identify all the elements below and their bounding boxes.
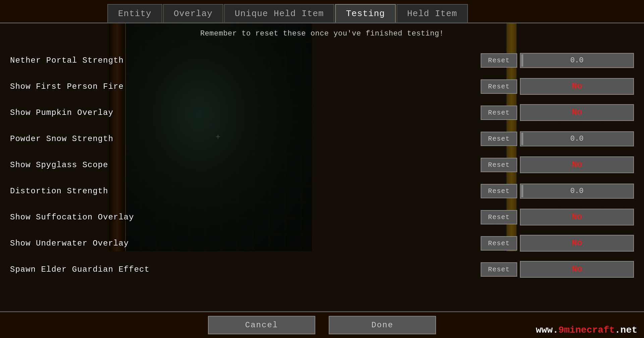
setting-row-show-spyglass-scope: Show Spyglass Scope Reset No — [0, 152, 644, 178]
watermark-9: 9 — [558, 325, 564, 335]
slider-indicator-distortion-strength — [521, 185, 523, 197]
reset-btn-distortion-strength[interactable]: Reset — [481, 184, 517, 198]
reset-btn-show-underwater-overlay[interactable]: Reset — [481, 236, 517, 251]
tab-held-item-label: Held Item — [407, 9, 457, 19]
value-show-suffocation-overlay: No — [572, 212, 582, 222]
setting-row-show-underwater-overlay: Show Underwater Overlay Reset No — [0, 230, 644, 256]
value-show-first-person-fire: No — [572, 81, 582, 91]
reset-btn-nether-portal-strength[interactable]: Reset — [481, 53, 517, 68]
notice-text: Remember to reset these once you've fini… — [200, 29, 444, 38]
value-box-powder-snow-strength[interactable]: 0.0 — [520, 131, 634, 146]
setting-row-powder-snow-strength: Powder Snow Strength Reset 0.0 — [0, 126, 644, 152]
watermark-www: www. — [536, 325, 558, 335]
cancel-button[interactable]: Cancel — [208, 316, 315, 334]
tab-bar: Entity Overlay Unique Held Item Testing … — [0, 0, 644, 23]
value-show-spyglass-scope: No — [572, 160, 582, 170]
slider-indicator-nether-portal-strength — [521, 54, 523, 67]
value-box-spawn-elder-guardian-effect[interactable]: No — [520, 261, 634, 278]
tab-held-item[interactable]: Held Item — [396, 4, 468, 22]
watermark: www.9minecraft.net — [536, 325, 637, 335]
setting-controls-show-pumpkin-overlay: Reset No — [481, 104, 634, 121]
setting-controls-show-first-person-fire: Reset No — [481, 78, 634, 95]
tab-overlay[interactable]: Overlay — [163, 4, 223, 22]
value-box-distortion-strength[interactable]: 0.0 — [520, 184, 634, 199]
setting-controls-show-underwater-overlay: Reset No — [481, 235, 634, 252]
tab-overlay-label: Overlay — [174, 9, 213, 19]
value-spawn-elder-guardian-effect: No — [572, 264, 582, 274]
reset-btn-show-first-person-fire[interactable]: Reset — [481, 79, 517, 94]
slider-indicator-powder-snow-strength — [521, 133, 523, 145]
setting-row-show-suffocation-overlay: Show Suffocation Overlay Reset No — [0, 204, 644, 230]
reset-btn-powder-snow-strength[interactable]: Reset — [481, 132, 517, 146]
tab-unique-held-item[interactable]: Unique Held Item — [224, 4, 335, 22]
tab-unique-held-item-label: Unique Held Item — [235, 9, 324, 19]
settings-container: Nether Portal Strength Reset 0.0 Show Fi… — [0, 44, 644, 311]
value-show-pumpkin-overlay: No — [572, 108, 582, 118]
value-box-show-suffocation-overlay[interactable]: No — [520, 209, 634, 225]
setting-controls-powder-snow-strength: Reset 0.0 — [481, 131, 634, 146]
settings-overlay: Remember to reset these once you've fini… — [0, 23, 644, 311]
value-distortion-strength: 0.0 — [570, 187, 584, 195]
value-box-show-first-person-fire[interactable]: No — [520, 78, 634, 95]
setting-controls-show-spyglass-scope: Reset No — [481, 156, 634, 173]
reset-btn-show-pumpkin-overlay[interactable]: Reset — [481, 106, 517, 120]
value-show-underwater-overlay: No — [572, 238, 582, 248]
watermark-minecraft: minecraft — [564, 325, 615, 335]
setting-row-show-pumpkin-overlay: Show Pumpkin Overlay Reset No — [0, 99, 644, 126]
reset-btn-show-spyglass-scope[interactable]: Reset — [481, 158, 517, 172]
setting-controls-show-suffocation-overlay: Reset No — [481, 209, 634, 225]
value-box-nether-portal-strength[interactable]: 0.0 — [520, 53, 634, 68]
notice-bar: Remember to reset these once you've fini… — [0, 23, 644, 44]
reset-btn-spawn-elder-guardian-effect[interactable]: Reset — [481, 262, 517, 277]
tab-testing[interactable]: Testing — [335, 4, 395, 22]
tab-testing-label: Testing — [346, 9, 385, 19]
tab-entity-label: Entity — [118, 9, 152, 19]
setting-row-distortion-strength: Distortion Strength Reset 0.0 — [0, 178, 644, 204]
value-box-show-spyglass-scope[interactable]: No — [520, 156, 634, 173]
setting-controls-distortion-strength: Reset 0.0 — [481, 184, 634, 199]
value-powder-snow-strength: 0.0 — [570, 135, 584, 143]
setting-controls-spawn-elder-guardian-effect: Reset No — [481, 261, 634, 278]
watermark-net: .net — [615, 325, 637, 335]
setting-row-nether-portal-strength: Nether Portal Strength Reset 0.0 — [0, 47, 644, 73]
tab-entity[interactable]: Entity — [107, 4, 162, 22]
setting-row-show-first-person-fire: Show First Person Fire Reset No — [0, 73, 644, 99]
value-box-show-pumpkin-overlay[interactable]: No — [520, 104, 634, 121]
setting-row-spawn-elder-guardian-effect: Spawn Elder Guardian Effect Reset No — [0, 256, 644, 282]
setting-controls-nether-portal-strength: Reset 0.0 — [481, 53, 634, 68]
value-box-show-underwater-overlay[interactable]: No — [520, 235, 634, 252]
value-nether-portal-strength: 0.0 — [570, 56, 584, 65]
reset-btn-show-suffocation-overlay[interactable]: Reset — [481, 210, 517, 224]
done-button[interactable]: Done — [329, 316, 436, 334]
